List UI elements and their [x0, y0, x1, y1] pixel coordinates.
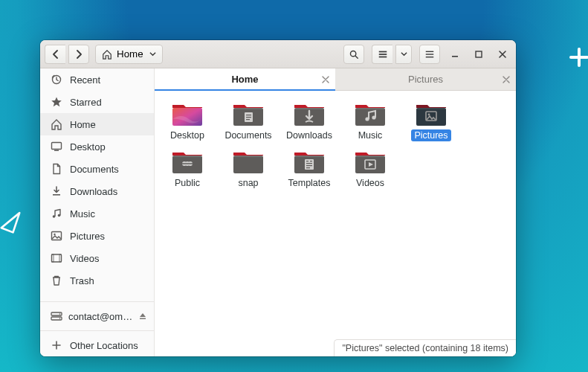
folder-item-documents[interactable]: Documents [226, 101, 271, 141]
svg-rect-31 [246, 117, 251, 118]
svg-rect-16 [52, 232, 62, 240]
sidebar-item-documents[interactable]: Documents [40, 158, 154, 180]
svg-rect-48 [233, 155, 263, 173]
folder-icon [354, 101, 387, 126]
sidebar-account[interactable]: contact@om… [40, 305, 154, 327]
folder-item-snap[interactable]: snap [226, 149, 271, 189]
videos-icon [51, 252, 62, 264]
sidebar-item-desktop[interactable]: Desktop [40, 135, 154, 158]
folder-label: Public [172, 177, 203, 189]
chevron-left-icon [51, 50, 60, 59]
sidebar-item-music[interactable]: Music [40, 202, 154, 225]
svg-rect-49 [233, 155, 263, 157]
folder-icon [232, 101, 265, 126]
search-button[interactable] [343, 45, 364, 64]
chevron-right-icon [74, 50, 83, 59]
svg-rect-44 [172, 155, 202, 157]
desktop-icon [51, 141, 62, 153]
window-close-button[interactable] [494, 45, 511, 63]
sidebar-item-videos[interactable]: Videos [40, 247, 154, 269]
back-button[interactable] [45, 45, 65, 64]
svg-rect-35 [355, 108, 385, 126]
sidebar-item-recent[interactable]: Recent [40, 68, 154, 91]
forward-button[interactable] [68, 45, 89, 64]
folder-label: Desktop [167, 129, 207, 141]
sidebar-item-home[interactable]: Home [40, 113, 154, 135]
sidebar-item-label: Music [70, 208, 95, 219]
icon-view[interactable]: Desktop Documents Downloads Music Pictur… [155, 91, 516, 356]
folder-label: Documents [222, 129, 274, 141]
hamburger-menu-button[interactable] [419, 45, 440, 64]
list-view-button[interactable] [372, 45, 392, 64]
svg-rect-4 [378, 56, 387, 57]
svg-rect-2 [378, 51, 387, 52]
folder-icon [354, 149, 387, 174]
home-icon [51, 118, 62, 130]
trash-icon [51, 275, 62, 286]
folder-icon [293, 101, 326, 126]
pathbar-caret-icon [149, 51, 156, 57]
tab-close-button[interactable] [503, 76, 510, 83]
sidebar-item-label: Videos [70, 253, 100, 264]
sidebar-item-downloads[interactable]: Downloads [40, 180, 154, 202]
svg-point-38 [372, 115, 375, 119]
svg-rect-13 [53, 194, 60, 196]
svg-rect-32 [246, 119, 250, 120]
search-icon [349, 49, 359, 60]
folder-item-templates[interactable]: Templates [287, 149, 332, 189]
svg-point-14 [53, 215, 56, 218]
folder-label: Videos [353, 177, 387, 189]
file-manager-window: Home [40, 40, 516, 356]
sidebar-other-locations-label: Other Locations [70, 340, 138, 351]
sidebar-item-label: Trash [70, 275, 94, 286]
folder-item-downloads[interactable]: Downloads [287, 101, 332, 141]
folder-icon [415, 101, 448, 126]
svg-rect-6 [426, 54, 434, 54]
tab-label: Home [231, 74, 258, 85]
svg-rect-3 [378, 54, 387, 55]
svg-rect-7 [426, 56, 434, 57]
close-icon [498, 50, 507, 59]
close-icon [503, 76, 510, 83]
svg-rect-19 [52, 254, 54, 262]
pathbar-home-button[interactable]: Home [95, 45, 163, 64]
svg-rect-9 [476, 51, 482, 57]
status-text: "Pictures" selected (containing 18 items… [342, 343, 508, 353]
window-minimize-button[interactable] [446, 45, 464, 63]
folder-item-pictures[interactable]: Pictures [409, 101, 453, 141]
folder-item-music[interactable]: Music [348, 101, 392, 141]
sidebar-item-trash[interactable]: Trash [40, 269, 154, 292]
eject-button[interactable] [138, 310, 147, 323]
tab-label: Pictures [408, 74, 443, 85]
tab-close-button[interactable] [322, 76, 329, 83]
svg-rect-5 [426, 51, 434, 51]
eject-icon [138, 312, 147, 321]
view-options-button[interactable] [395, 45, 412, 64]
sidebar-item-label: Downloads [70, 186, 117, 197]
folder-item-public[interactable]: Public [165, 149, 210, 189]
caret-down-icon [401, 51, 407, 57]
pathbar-label: Home [117, 48, 143, 60]
pictures-icon [51, 230, 62, 242]
svg-rect-12 [54, 150, 59, 152]
network-drive-icon [51, 310, 62, 322]
svg-point-24 [59, 318, 61, 319]
folder-item-desktop[interactable]: Desktop [165, 101, 210, 141]
window-maximize-button[interactable] [470, 45, 488, 63]
clock-icon [51, 74, 62, 86]
svg-rect-57 [306, 167, 310, 168]
tab-pictures[interactable]: Pictures [335, 68, 516, 90]
folder-label: Pictures [411, 129, 450, 141]
folder-item-videos[interactable]: Videos [348, 149, 392, 189]
star-icon [51, 96, 62, 108]
hamburger-icon [424, 49, 435, 60]
minimize-icon [450, 50, 459, 59]
sidebar-other-locations[interactable]: Other Locations [40, 334, 154, 356]
documents-icon [51, 163, 62, 175]
folder-icon [171, 101, 204, 126]
tab-home[interactable]: Home [155, 68, 335, 90]
svg-rect-20 [59, 254, 62, 262]
svg-line-1 [355, 55, 358, 57]
sidebar-item-starred[interactable]: Starred [40, 91, 154, 113]
sidebar-item-pictures[interactable]: Pictures [40, 225, 154, 247]
